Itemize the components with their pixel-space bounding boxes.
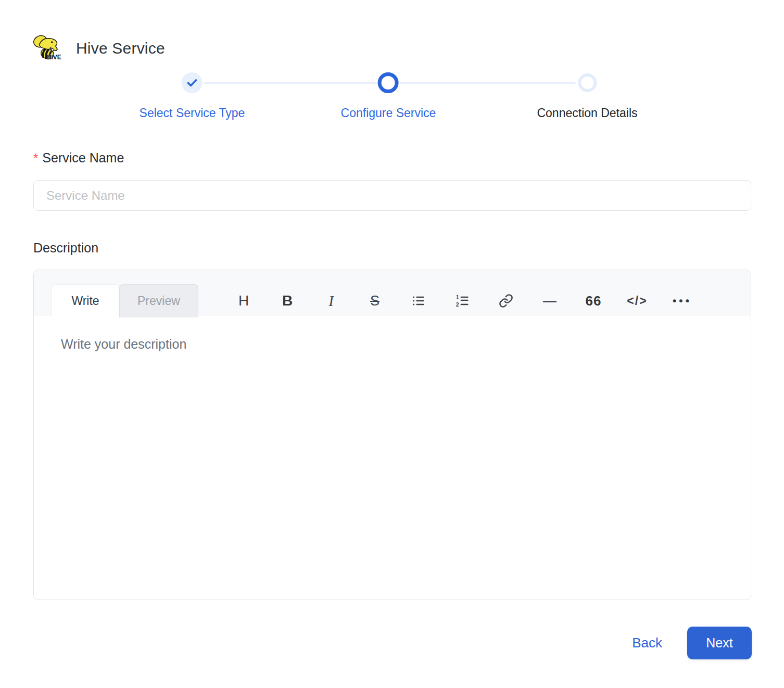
service-name-label: Service Name	[42, 150, 124, 165]
check-icon	[182, 72, 203, 93]
step-active-circle	[378, 72, 399, 93]
heading-icon[interactable]: H	[222, 284, 265, 317]
svg-text:2: 2	[456, 301, 459, 308]
horizontal-rule-icon[interactable]: —	[528, 284, 572, 317]
back-button[interactable]: Back	[632, 635, 662, 651]
bulleted-list-icon[interactable]	[397, 284, 440, 317]
step-connection-details[interactable]: Connection Details	[537, 72, 637, 120]
required-asterisk: *	[33, 151, 38, 165]
italic-icon[interactable]: I	[309, 284, 353, 317]
code-icon[interactable]: </>	[615, 284, 659, 317]
description-label-row: Description	[33, 240, 98, 256]
active-step-ring-icon	[378, 72, 399, 93]
more-options-icon[interactable]: •••	[659, 284, 703, 317]
step-pending-circle	[577, 72, 598, 93]
step-configure-service[interactable]: Configure Service	[341, 72, 436, 120]
stepper: Select Service Type Configure Service Co…	[0, 0, 784, 125]
tab-preview[interactable]: Preview	[119, 284, 198, 317]
pending-step-ring-icon	[578, 73, 597, 92]
description-label: Description	[33, 240, 98, 256]
step-completed-circle	[182, 72, 203, 93]
editor-tabs: Write Preview	[52, 284, 198, 317]
description-editor: Write Preview H B I S 1	[33, 270, 751, 600]
service-name-input[interactable]	[33, 180, 751, 211]
configure-service-page: HIVE Hive Service Select Service Type Co…	[0, 0, 784, 688]
bold-icon[interactable]: B	[265, 284, 309, 317]
numbered-list-icon[interactable]: 1 2	[440, 284, 484, 317]
quote-icon[interactable]: 66	[572, 284, 615, 317]
wizard-footer: Back Next	[632, 627, 752, 659]
step-label-select-service-type: Select Service Type	[140, 106, 245, 120]
description-textarea[interactable]	[34, 316, 751, 600]
editor-toolbar: H B I S 1 2	[222, 284, 703, 317]
step-select-service-type[interactable]: Select Service Type	[140, 72, 245, 120]
step-label-configure-service: Configure Service	[341, 106, 436, 120]
tab-write[interactable]: Write	[52, 284, 119, 317]
step-label-connection-details: Connection Details	[537, 106, 637, 120]
service-name-label-row: * Service Name	[33, 150, 124, 165]
svg-text:1: 1	[456, 294, 459, 300]
next-button[interactable]: Next	[687, 627, 752, 659]
strikethrough-icon[interactable]: S	[353, 284, 397, 317]
link-icon[interactable]	[484, 284, 528, 317]
